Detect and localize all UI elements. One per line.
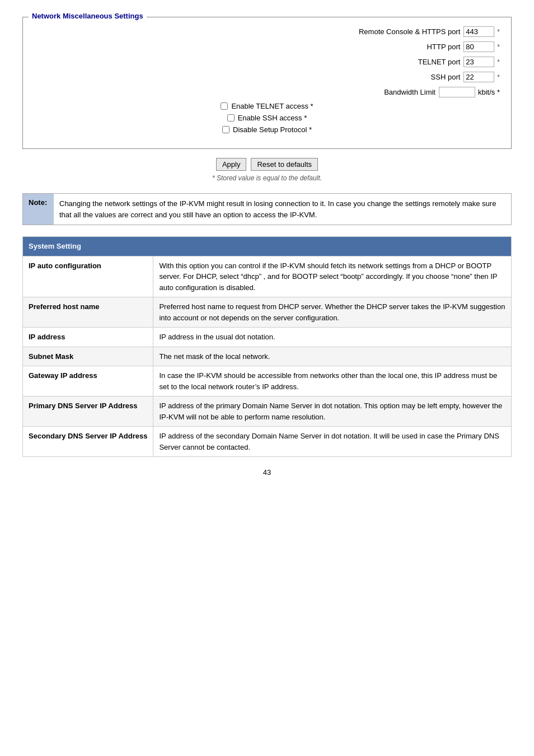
enable-ssh-label: Enable SSH access * bbox=[238, 114, 307, 122]
system-row-right-3: The net mask of the local network. bbox=[153, 347, 512, 366]
note-box: Note: Changing the network settings of t… bbox=[22, 193, 512, 225]
note-label: Note: bbox=[23, 194, 54, 225]
enable-ssh-asterisk: * bbox=[304, 114, 307, 122]
system-row-left-4: Gateway IP address bbox=[23, 366, 153, 396]
disable-setup-protocol-row: Disable Setup Protocol * bbox=[34, 125, 500, 134]
page-number: 43 bbox=[22, 468, 512, 477]
system-row-left-6: Secondary DNS Server IP Address bbox=[23, 427, 153, 457]
reset-button[interactable]: Reset to defaults bbox=[251, 158, 318, 171]
http-port-row: HTTP port * bbox=[34, 41, 500, 52]
system-row-right-5: IP address of the primary Domain Name Se… bbox=[153, 396, 512, 427]
enable-telnet-asterisk: * bbox=[311, 102, 313, 110]
footnote: * Stored value is equal to the default. bbox=[22, 174, 512, 182]
ssh-port-asterisk: * bbox=[497, 73, 500, 81]
telnet-port-asterisk: * bbox=[497, 58, 500, 66]
enable-telnet-row: Enable TELNET access * bbox=[34, 102, 500, 110]
http-port-input[interactable] bbox=[463, 41, 494, 52]
network-misc-settings-box: Network Miscellaneous Settings Remote Co… bbox=[22, 17, 512, 149]
note-text: Changing the network settings of the IP-… bbox=[54, 194, 511, 225]
bandwidth-unit: kbit/s * bbox=[478, 88, 500, 96]
system-row-left-2: IP address bbox=[23, 328, 153, 347]
system-row-left-0: IP auto configuration bbox=[23, 256, 153, 297]
bandwidth-asterisk: * bbox=[497, 88, 500, 96]
system-setting-header: System Setting bbox=[23, 237, 512, 256]
bandwidth-input[interactable] bbox=[439, 87, 475, 97]
ssh-port-label: SSH port bbox=[337, 73, 460, 81]
http-port-label: HTTP port bbox=[337, 43, 460, 51]
system-row-right-4: In case the IP-KVM should be accessible … bbox=[153, 366, 512, 396]
system-row-right-6: IP address of the secondary Domain Name … bbox=[153, 427, 512, 457]
disable-setup-protocol-label: Disable Setup Protocol * bbox=[233, 125, 312, 134]
enable-ssh-checkbox[interactable] bbox=[227, 114, 235, 122]
remote-console-https-input[interactable] bbox=[463, 26, 494, 37]
enable-telnet-label: Enable TELNET access * bbox=[231, 102, 313, 110]
bandwidth-label: Bandwidth Limit bbox=[312, 88, 435, 96]
ssh-port-input[interactable] bbox=[463, 72, 494, 82]
enable-ssh-row: Enable SSH access * bbox=[34, 114, 500, 122]
remote-console-https-row: Remote Console & HTTPS port * bbox=[34, 26, 500, 37]
remote-console-https-asterisk: * bbox=[497, 28, 500, 36]
ssh-port-row: SSH port * bbox=[34, 72, 500, 82]
telnet-port-label: TELNET port bbox=[337, 58, 460, 66]
system-row-right-0: With this option you can control if the … bbox=[153, 256, 512, 297]
buttons-area: Apply Reset to defaults bbox=[22, 158, 512, 171]
system-row-left-3: Subnet Mask bbox=[23, 347, 153, 366]
telnet-port-row: TELNET port * bbox=[34, 57, 500, 67]
network-box-title: Network Miscellaneous Settings bbox=[29, 12, 147, 20]
disable-setup-protocol-asterisk: * bbox=[309, 125, 312, 134]
system-setting-table: System Setting IP auto configurationWith… bbox=[22, 236, 512, 457]
system-row-right-2: IP address in the usual dot notation. bbox=[153, 328, 512, 347]
apply-button[interactable]: Apply bbox=[216, 158, 247, 171]
enable-telnet-checkbox[interactable] bbox=[221, 102, 228, 110]
system-row-left-5: Primary DNS Server IP Address bbox=[23, 396, 153, 427]
system-row-left-1: Preferred host name bbox=[23, 297, 153, 328]
disable-setup-protocol-checkbox[interactable] bbox=[222, 126, 229, 133]
remote-console-https-label: Remote Console & HTTPS port bbox=[337, 27, 460, 36]
http-port-asterisk: * bbox=[497, 43, 500, 51]
telnet-port-input[interactable] bbox=[463, 57, 494, 67]
system-row-right-1: Preferred host name to request from DHCP… bbox=[153, 297, 512, 328]
bandwidth-row: Bandwidth Limit kbit/s * bbox=[34, 87, 500, 97]
